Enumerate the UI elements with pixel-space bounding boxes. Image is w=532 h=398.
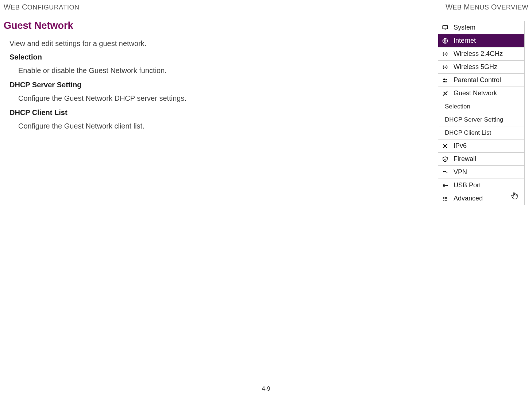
section-dhcp-client-head: DHCP Client List bbox=[9, 108, 423, 117]
svg-rect-12 bbox=[443, 198, 444, 199]
page-title: Guest Network bbox=[4, 20, 423, 31]
svg-point-8 bbox=[447, 185, 448, 186]
antenna-icon bbox=[441, 64, 449, 70]
menu-item-ipv6[interactable]: IPv6 bbox=[438, 139, 524, 153]
svg-rect-15 bbox=[445, 198, 447, 199]
header-right: WEB MENUS OVERVIEW bbox=[446, 3, 528, 11]
menu-label: Advanced bbox=[454, 195, 483, 202]
submenu-label: DHCP Server Setting bbox=[445, 116, 503, 123]
svg-point-5 bbox=[446, 79, 447, 80]
page-header: WEB CONFIGURATION WEB MENUS OVERVIEW bbox=[4, 3, 528, 11]
svg-point-3 bbox=[444, 66, 446, 68]
svg-rect-0 bbox=[443, 26, 448, 29]
menu-item-guest-network[interactable]: Guest Network bbox=[438, 87, 524, 100]
section-selection-desc: Enable or disable the Guest Network func… bbox=[18, 66, 423, 75]
svg-rect-16 bbox=[445, 200, 447, 200]
list-icon bbox=[441, 196, 449, 202]
usb-icon bbox=[441, 183, 449, 188]
section-dhcp-server-desc: Configure the Guest Network DHCP server … bbox=[18, 94, 423, 103]
menu-label: VPN bbox=[454, 168, 467, 176]
globe-icon bbox=[441, 38, 449, 44]
menu-item-system[interactable]: System bbox=[438, 21, 524, 34]
svg-rect-13 bbox=[443, 200, 444, 200]
menu-label: Parental Control bbox=[454, 76, 501, 84]
svg-point-10 bbox=[444, 186, 445, 187]
text-column: Guest Network View and edit settings for… bbox=[4, 20, 438, 136]
svg-rect-11 bbox=[443, 197, 444, 198]
submenu-selection[interactable]: Selection bbox=[438, 100, 524, 113]
content-wrap: Guest Network View and edit settings for… bbox=[4, 20, 528, 205]
menu-item-wireless-5[interactable]: Wireless 5GHz bbox=[438, 61, 524, 74]
menu-label: System bbox=[454, 24, 475, 31]
side-menu: System Internet Wireless 2.4GHz Wireless… bbox=[438, 21, 525, 205]
section-dhcp-client-desc: Configure the Guest Network client list. bbox=[18, 122, 423, 130]
svg-rect-9 bbox=[444, 184, 445, 184]
menu-label: USB Port bbox=[454, 181, 481, 189]
page-number: 4-9 bbox=[0, 386, 532, 392]
submenu-label: DHCP Client List bbox=[445, 129, 491, 137]
menu-label: Internet bbox=[454, 37, 476, 45]
svg-rect-14 bbox=[445, 197, 447, 198]
intro-text: View and edit settings for a guest netwo… bbox=[9, 39, 423, 48]
users-icon bbox=[441, 77, 449, 83]
menu-label: Guest Network bbox=[454, 89, 497, 97]
svg-point-4 bbox=[443, 79, 445, 80]
svg-rect-6 bbox=[443, 171, 445, 172]
menu-list: System Internet Wireless 2.4GHz Wireless… bbox=[438, 21, 525, 205]
menu-item-firewall[interactable]: Firewall bbox=[438, 153, 524, 166]
section-selection-head: Selection bbox=[9, 53, 423, 61]
svg-marker-7 bbox=[447, 172, 448, 173]
section-dhcp-server-head: DHCP Server Setting bbox=[9, 81, 423, 89]
menu-item-vpn[interactable]: VPN bbox=[438, 166, 524, 179]
menu-item-wireless-2-4[interactable]: Wireless 2.4GHz bbox=[438, 47, 524, 61]
svg-point-2 bbox=[444, 53, 446, 54]
submenu-dhcp-client[interactable]: DHCP Client List bbox=[438, 126, 524, 139]
monitor-icon bbox=[441, 24, 449, 31]
submenu-dhcp-server[interactable]: DHCP Server Setting bbox=[438, 113, 524, 126]
header-left: WEB CONFIGURATION bbox=[4, 3, 80, 11]
antenna-icon bbox=[441, 51, 449, 57]
menu-label: Firewall bbox=[454, 155, 476, 163]
menu-label: IPv6 bbox=[454, 142, 467, 150]
menu-label: Wireless 5GHz bbox=[454, 63, 497, 71]
tools-icon bbox=[441, 143, 449, 149]
menu-item-parental[interactable]: Parental Control bbox=[438, 74, 524, 87]
menu-item-advanced[interactable]: Advanced bbox=[438, 192, 524, 205]
tools-icon bbox=[441, 91, 449, 96]
menu-item-internet[interactable]: Internet bbox=[438, 34, 524, 47]
menu-item-usb[interactable]: USB Port bbox=[438, 179, 524, 192]
connection-icon bbox=[441, 169, 449, 175]
submenu-label: Selection bbox=[445, 103, 470, 110]
menu-label: Wireless 2.4GHz bbox=[454, 50, 503, 58]
shield-icon bbox=[441, 156, 449, 162]
